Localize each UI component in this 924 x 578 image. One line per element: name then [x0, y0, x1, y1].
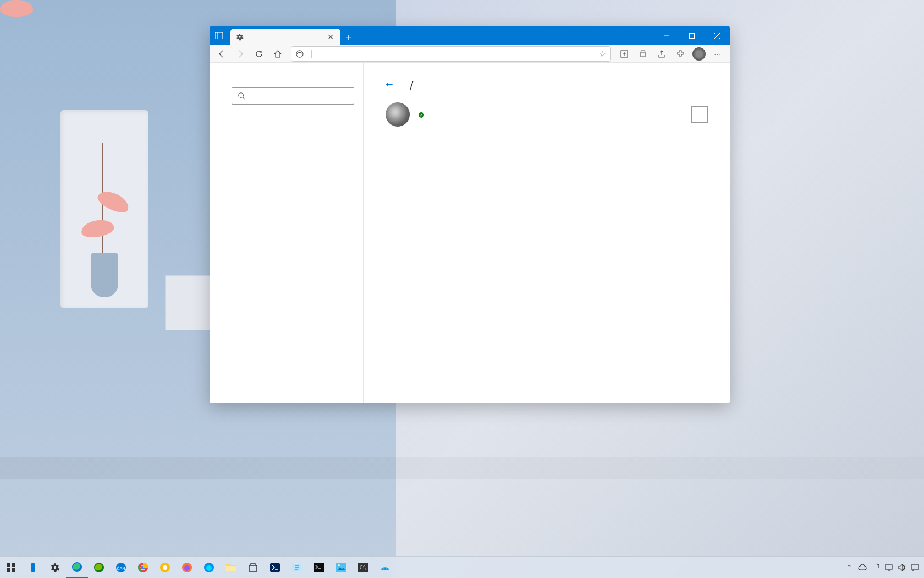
tray-chevron-up-icon[interactable]: ⌃ [843, 557, 856, 579]
refresh-button[interactable] [250, 46, 268, 62]
svg-point-24 [163, 565, 167, 570]
tray-notifications-icon[interactable] [909, 557, 922, 579]
maximize-button[interactable] [679, 26, 705, 45]
forward-button[interactable] [232, 46, 249, 62]
svg-point-6 [296, 50, 303, 57]
sync-status: ✓ [419, 112, 683, 118]
edge-icon [296, 50, 304, 58]
svg-rect-0 [215, 32, 223, 39]
svg-point-28 [206, 565, 212, 571]
tray-volume-icon[interactable] [895, 557, 909, 579]
taskbar-settings[interactable] [44, 557, 66, 579]
svg-rect-36 [336, 563, 346, 572]
tray-onedrive-icon[interactable] [856, 557, 869, 579]
svg-rect-3 [690, 34, 695, 39]
svg-line-11 [243, 97, 245, 100]
tab-settings[interactable]: ✕ [230, 29, 340, 45]
tabstrip: ✕ + [228, 26, 654, 45]
shopping-button[interactable] [634, 46, 652, 62]
svg-point-38 [338, 564, 340, 566]
svg-rect-44 [886, 565, 892, 569]
breadcrumb-back-button[interactable]: ← [386, 79, 397, 90]
search-input[interactable] [251, 92, 348, 100]
gear-icon [236, 33, 244, 41]
svg-rect-29 [226, 566, 236, 571]
profile-avatar [386, 102, 410, 127]
search-settings[interactable] [232, 87, 354, 105]
new-tab-button[interactable]: + [340, 29, 357, 45]
svg-rect-15 [12, 568, 15, 572]
taskbar-store[interactable] [242, 557, 264, 579]
turn-off-sync-button[interactable] [691, 106, 708, 123]
menu-button[interactable]: ⋯ [709, 46, 727, 62]
taskbar-app[interactable] [374, 557, 396, 579]
extensions-button[interactable] [672, 46, 689, 62]
close-button[interactable] [705, 26, 730, 45]
tray-security-icon[interactable] [869, 557, 882, 579]
back-button[interactable] [213, 46, 230, 62]
browser-window: ✕ + ☆ ⋯ [210, 26, 730, 403]
svg-text:CAN: CAN [117, 566, 125, 571]
taskbar-cmd[interactable]: C:\ [352, 557, 374, 579]
svg-rect-13 [12, 563, 15, 567]
taskbar-firefox[interactable] [176, 557, 198, 579]
svg-rect-35 [314, 563, 324, 572]
start-button[interactable] [0, 557, 22, 579]
minimize-button[interactable] [654, 26, 679, 45]
main-content: ← / ✓ [364, 63, 730, 403]
taskbar-firefox-dev[interactable] [198, 557, 220, 579]
taskbar-edge-canary[interactable]: CAN [110, 557, 132, 579]
favorite-star-icon[interactable]: ☆ [599, 50, 606, 58]
search-icon [238, 92, 245, 100]
svg-point-10 [239, 93, 244, 98]
profile-summary: ✓ [386, 102, 708, 127]
taskbar-chrome-canary[interactable] [154, 557, 176, 579]
tab-actions-icon[interactable] [210, 26, 228, 45]
taskbar-notepad[interactable] [286, 557, 308, 579]
taskbar-cortana[interactable] [22, 557, 44, 579]
taskbar-powershell[interactable] [264, 557, 286, 579]
collections-button[interactable] [615, 46, 633, 62]
home-button[interactable] [269, 46, 287, 62]
address-bar[interactable]: ☆ [291, 46, 611, 62]
taskbar-edge[interactable] [66, 557, 88, 579]
svg-point-26 [184, 565, 190, 571]
tab-close-button[interactable]: ✕ [326, 32, 335, 41]
svg-rect-12 [7, 563, 10, 567]
toolbar: ☆ ⋯ [210, 45, 730, 63]
taskbar-photos[interactable] [330, 557, 352, 579]
profile-avatar-button[interactable] [692, 47, 706, 61]
content-area: ← / ✓ [210, 63, 730, 403]
check-icon: ✓ [419, 112, 424, 118]
taskbar-terminal[interactable] [308, 557, 330, 579]
svg-rect-46 [912, 564, 919, 570]
taskbar-edge-dev[interactable] [88, 557, 110, 579]
taskbar: CAN C:\ ⌃ [0, 556, 924, 578]
svg-rect-14 [7, 568, 10, 572]
tray-network-icon[interactable] [882, 557, 895, 579]
separator [311, 50, 312, 58]
svg-rect-16 [31, 563, 35, 572]
window-controls [654, 26, 730, 45]
svg-text:C:\: C:\ [360, 565, 366, 570]
taskbar-explorer[interactable] [220, 557, 242, 579]
share-button[interactable] [653, 46, 670, 62]
address-site-label [296, 50, 307, 58]
breadcrumb: ← / [386, 78, 708, 91]
taskbar-chrome[interactable] [132, 557, 154, 579]
breadcrumb-separator: / [410, 78, 414, 91]
settings-sidebar [210, 63, 364, 403]
titlebar: ✕ + [210, 26, 730, 45]
